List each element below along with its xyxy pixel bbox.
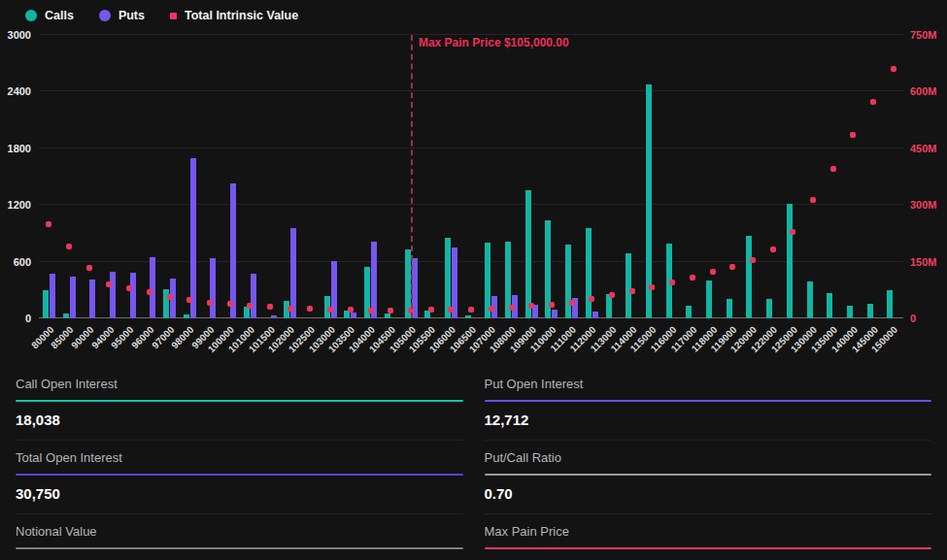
bar-group-94000[interactable] [99,35,119,318]
bar-group-106500[interactable] [461,35,482,318]
bar-group-90000[interactable] [79,35,99,318]
intrinsic-value-dot [810,197,816,203]
bar-group-103500[interactable] [341,35,361,318]
bar-group-116000[interactable] [662,35,683,318]
calls-bar [686,306,692,318]
intrinsic-value-dot [830,166,836,172]
bar-group-112000[interactable] [582,35,602,318]
bar-group-106000[interactable] [441,35,461,318]
puts-bar [89,280,95,318]
calls-bar [766,299,772,318]
max-pain-annotation: Max Pain Price $105,000.00 [419,36,569,49]
bar-group-109000[interactable] [522,35,542,318]
puts-bar [50,274,55,318]
calls-bar [385,313,390,318]
bar-group-96000[interactable] [140,35,160,318]
calls-bar [586,228,592,318]
bar-group-104000[interactable] [360,35,381,318]
puts-bar [130,273,136,318]
intrinsic-value-dot [790,229,795,235]
intrinsic-value-dot [86,265,92,271]
stat-label: Put Open Interest [485,377,932,391]
bar-group-104500[interactable] [381,35,401,318]
bar-group-102000[interactable] [280,35,300,318]
puts-bar [110,272,116,318]
left-axis-tick: 1800 [8,143,31,154]
stat-label: Max Pain Price [485,524,932,539]
x-tick-label: 96000 [129,324,155,350]
intrinsic-value-dot [468,307,474,313]
intrinsic-value-dot [569,300,575,306]
bar-group-145000[interactable] [863,35,884,318]
intrinsic-value-dot [669,280,675,285]
bar-group-101000[interactable] [240,35,260,318]
intrinsic-value-dot [307,306,313,312]
intrinsic-value-dot [66,244,72,249]
calls-bar [465,315,471,318]
options-max-pain-screen: CallsPutsTotal Intrinsic Value 060012001… [0,0,947,560]
stat-put-open-interest: Put Open Interest12,712 [485,367,932,441]
intrinsic-value-dot [428,307,434,313]
bar-group-114000[interactable] [622,35,642,318]
intrinsic-value-dot [227,301,233,307]
bar-group-122000[interactable] [762,35,783,318]
intrinsic-value-dot [388,308,393,313]
bar-group-80000[interactable] [39,35,59,318]
bar-group-119000[interactable] [723,35,743,318]
bar-group-130000[interactable] [803,35,824,318]
right-axis-tick: 0 [910,313,916,324]
bar-group-118000[interactable] [702,35,723,318]
bar-group-140000[interactable] [843,35,863,318]
calls-bar [525,190,531,318]
calls-bar [887,290,893,318]
bar-group-95000[interactable] [119,35,140,318]
bar-group-101500[interactable] [260,35,281,318]
bar-group-111000[interactable] [561,35,582,318]
bar-group-97000[interactable] [159,35,180,318]
bar-group-150000[interactable] [884,35,904,318]
intrinsic-value-dot [729,264,735,270]
bar-group-110000[interactable] [542,35,562,318]
puts-bar [210,258,216,318]
legend-item-puts[interactable]: Puts [99,9,145,22]
left-axis-tick: 2400 [8,85,31,97]
stat-value: 30,750 [16,476,463,513]
intrinsic-value-dot [509,305,515,311]
legend-item-calls[interactable]: Calls [25,9,74,22]
plot-area: Max Pain Price $105,000.00 [39,35,903,318]
bar-group-117000[interactable] [683,35,703,318]
max-pain-line [411,35,413,318]
stat-label: Total Open Interest [16,450,463,465]
bar-group-100000[interactable] [220,35,240,318]
bar-group-113000[interactable] [602,35,623,318]
bar-group-98000[interactable] [180,35,200,318]
bar-group-115000[interactable] [642,35,662,318]
bar-group-108000[interactable] [501,35,522,318]
intrinsic-value-dot [528,303,534,309]
intrinsic-value-dot [750,257,756,263]
calls-bar [727,299,732,318]
calls-bar [184,314,189,318]
bar-group-125000[interactable] [783,35,803,318]
bar-group-105500[interactable] [421,35,441,318]
intrinsic-value-dot [589,296,594,302]
bar-group-99000[interactable] [200,35,220,318]
calls-bar [626,253,631,318]
stat-label: Notional Value [16,524,463,539]
legend-item-total-intrinsic-value[interactable]: Total Intrinsic Value [170,9,298,22]
intrinsic-value-dot [770,247,776,252]
bar-group-85000[interactable] [59,35,80,318]
intrinsic-value-dot [126,285,132,291]
bar-group-107000[interactable] [481,35,501,318]
intrinsic-value-dot [609,292,615,298]
bar-group-102500[interactable] [300,35,321,318]
puts-bar [150,257,155,318]
intrinsic-value-dot [489,306,494,312]
legend-swatch-icon [25,10,37,21]
intrinsic-value-dot [287,306,293,312]
bar-group-120000[interactable] [743,35,763,318]
bar-group-135000[interactable] [823,35,843,318]
calls-bar [787,204,793,318]
intrinsic-value-dot [348,307,354,313]
bar-group-103000[interactable] [321,35,341,318]
